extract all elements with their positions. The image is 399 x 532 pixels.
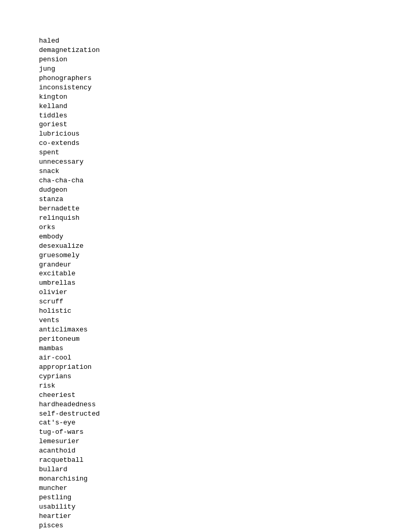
list-item: unnecessary (39, 157, 399, 167)
list-item: grandeur (39, 260, 399, 270)
list-item: muncher (39, 484, 399, 493)
list-item: hardheadedness (39, 400, 399, 409)
list-item: olivier (39, 288, 399, 297)
list-item: scruff (39, 297, 399, 307)
list-item: mambas (39, 344, 399, 353)
list-item: gruesomely (39, 251, 399, 260)
list-item: orks (39, 223, 399, 232)
list-item: risk (39, 381, 399, 391)
list-item: bernadette (39, 204, 399, 214)
list-item: spent (39, 148, 399, 157)
list-item: pisces (39, 521, 399, 530)
list-item: dudgeon (39, 185, 399, 195)
list-item: kington (39, 92, 399, 102)
list-item: haled (39, 36, 399, 46)
list-item: air-cool (39, 353, 399, 363)
list-item: peritoneum (39, 335, 399, 344)
list-item: embody (39, 232, 399, 242)
list-item: monarchising (39, 474, 399, 484)
list-item: pestling (39, 493, 399, 502)
list-item: vents (39, 316, 399, 325)
list-item: lubricious (39, 129, 399, 139)
list-item: tiddles (39, 111, 399, 121)
list-item: heartier (39, 512, 399, 521)
list-item: cat's-eye (39, 418, 399, 428)
list-item: jung (39, 64, 399, 74)
list-item: tug-of-wars (39, 428, 399, 437)
list-item: desexualize (39, 242, 399, 251)
list-item: phonographers (39, 74, 399, 83)
list-item: inconsistency (39, 83, 399, 92)
list-item: demagnetization (39, 46, 399, 55)
list-item: kelland (39, 102, 399, 111)
list-item: stanza (39, 195, 399, 204)
list-item: racquetball (39, 456, 399, 465)
list-item: anticlimaxes (39, 325, 399, 335)
list-item: cheeriest (39, 391, 399, 400)
list-item: snack (39, 167, 399, 176)
list-item: holistic (39, 307, 399, 316)
list-item: acanthoid (39, 446, 399, 456)
list-item: lemesurier (39, 437, 399, 446)
list-item: appropriation (39, 363, 399, 372)
list-item: relinquish (39, 214, 399, 223)
list-item: usability (39, 502, 399, 512)
list-item: goriest (39, 120, 399, 129)
list-item: cha-cha-cha (39, 176, 399, 185)
list-item: co-extends (39, 139, 399, 148)
list-item: self-destructed (39, 409, 399, 419)
list-item: pension (39, 55, 399, 64)
list-item: umbrellas (39, 278, 399, 288)
list-item: excitable (39, 269, 399, 278)
word-list: haleddemagnetizationpensionjungphonograp… (39, 36, 399, 532)
list-item: cyprians (39, 372, 399, 381)
list-item: bullard (39, 465, 399, 474)
